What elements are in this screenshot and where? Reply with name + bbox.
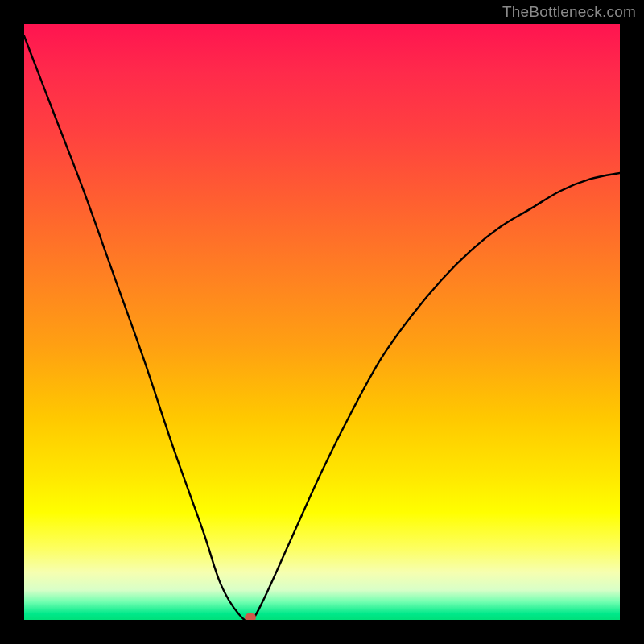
curve-layer bbox=[24, 24, 620, 620]
chart-stage: TheBottleneck.com bbox=[0, 0, 644, 644]
attribution-label: TheBottleneck.com bbox=[502, 3, 636, 21]
plot-area bbox=[24, 24, 620, 620]
minimum-marker bbox=[245, 613, 256, 620]
bottleneck-curve bbox=[24, 36, 620, 620]
